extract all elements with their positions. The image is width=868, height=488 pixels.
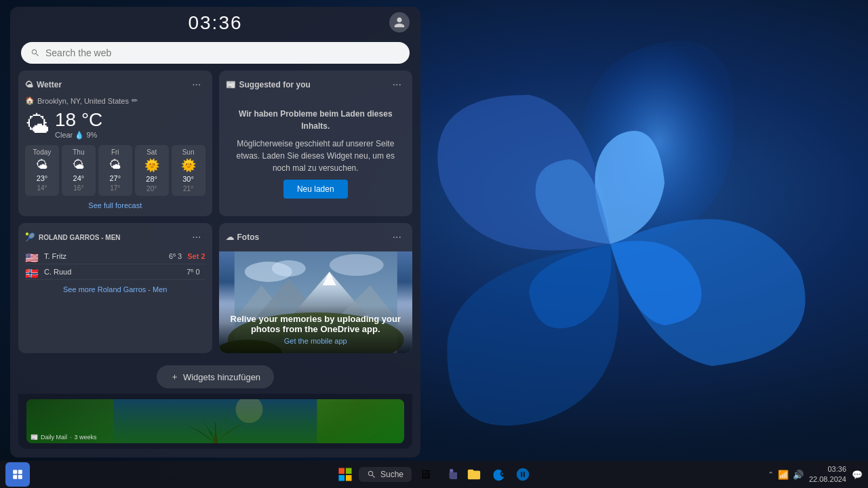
- player-name-2: C. Ruud: [44, 268, 186, 276]
- edit-icon[interactable]: ✏: [132, 96, 138, 105]
- see-more-tennis-link[interactable]: See more Roland Garros - Men: [25, 285, 205, 293]
- teams-icon[interactable]: [439, 464, 460, 485]
- svg-rect-13: [13, 470, 17, 474]
- tennis-header: 🎾 ROLAND GARROS - MEN ···: [25, 230, 205, 245]
- tennis-title: 🎾 ROLAND GARROS - MEN: [25, 232, 121, 242]
- svg-rect-18: [346, 468, 352, 474]
- flag-us: 🇺🇸: [25, 251, 39, 261]
- task-view-button[interactable]: 🖥: [414, 464, 436, 485]
- score-1: 6⁶ 3: [169, 252, 182, 261]
- start-button[interactable]: [334, 464, 356, 485]
- svg-point-3: [329, 254, 383, 276]
- widget-panel-button[interactable]: [5, 462, 30, 487]
- taskbar-right: ⌃ 📶 🔊 03:36 22.08.2024 💬: [768, 464, 863, 485]
- file-explorer-icon[interactable]: [463, 464, 485, 485]
- svg-rect-17: [338, 468, 344, 474]
- store-icon[interactable]: [512, 464, 534, 485]
- widgets-row-1: 🌤 Wetter ··· 🏠 Brooklyn, NY, United Stat…: [18, 70, 412, 216]
- taskbar-search-icon: [367, 470, 376, 479]
- flag-no: 🇳🇴: [25, 267, 39, 277]
- suggested-error-desc: Möglicherweise geschieht auf unserer Sei…: [233, 138, 399, 174]
- search-bar[interactable]: [21, 42, 410, 64]
- fotos-overlay-title: Relive your memories by uploading your p…: [227, 314, 405, 334]
- taskbar-center: Suche 🖥: [334, 464, 534, 485]
- add-widgets-button[interactable]: ＋ Widgets hinzufügen: [157, 365, 274, 388]
- news-separator: ·: [70, 434, 72, 441]
- player-row-2: 🇳🇴 C. Ruud 7⁶ 0: [25, 264, 205, 280]
- suggested-more-button[interactable]: ···: [389, 77, 406, 92]
- network-icon[interactable]: 📶: [778, 470, 789, 480]
- taskbar: Suche 🖥: [0, 461, 868, 488]
- suggested-title: 📰 Suggested for you: [226, 80, 311, 89]
- svg-rect-14: [18, 470, 22, 474]
- suggested-icon: 📰: [226, 80, 236, 89]
- suggested-header: 📰 Suggested for you ···: [226, 77, 406, 92]
- forecast-thu: Thu 🌤 24° 16°: [62, 145, 96, 196]
- widgets-row-2: 🎾 ROLAND GARROS - MEN ··· 🇺🇸 T. Fritz 6⁶…: [18, 223, 412, 353]
- forecast-today: Today 🌤 23° 14°: [25, 145, 59, 196]
- taskbar-time[interactable]: 03:36 22.08.2024: [809, 464, 846, 485]
- weather-forecast: Today 🌤 23° 14° Thu 🌤 24° 16° Fri 🌤: [25, 145, 205, 196]
- panel-header: 03:36: [10, 7, 420, 39]
- tennis-widget: 🎾 ROLAND GARROS - MEN ··· 🇺🇸 T. Fritz 6⁶…: [18, 223, 212, 353]
- weather-more-button[interactable]: ···: [188, 77, 205, 92]
- fotos-image: Relive your memories by uploading your p…: [219, 251, 413, 353]
- news-image-1: 📰 Daily Mail · 3 weeks: [26, 399, 404, 443]
- fotos-header: ☁ Fotos ···: [219, 223, 413, 251]
- taskbar-left: [5, 462, 30, 487]
- add-widgets-area: ＋ Widgets hinzufügen: [18, 360, 412, 394]
- system-tray: ⌃ 📶 🔊: [768, 470, 804, 480]
- widgets-area: 🌤 Wetter ··· 🏠 Brooklyn, NY, United Stat…: [10, 70, 420, 458]
- forecast-fri: Fri 🌤 27° 17°: [98, 145, 132, 196]
- speaker-icon[interactable]: 🔊: [793, 470, 804, 480]
- fotos-title: ☁ Fotos: [226, 232, 260, 242]
- user-avatar[interactable]: [389, 12, 410, 33]
- weather-widget-header: 🌤 Wetter ···: [25, 77, 205, 92]
- home-icon: 🏠: [25, 96, 35, 105]
- news-card-1[interactable]: 📰 Daily Mail · 3 weeks: [26, 399, 404, 443]
- forecast-sun: Sun 🌞 30° 21°: [172, 145, 205, 196]
- svg-point-2: [271, 260, 305, 277]
- weather-temp: 18 °C: [55, 109, 102, 131]
- weather-widget: 🌤 Wetter ··· 🏠 Brooklyn, NY, United Stat…: [18, 70, 212, 216]
- tennis-icon: 🎾: [25, 232, 35, 242]
- search-input[interactable]: [45, 47, 400, 58]
- fotos-overlay: Relive your memories by uploading your p…: [219, 306, 413, 353]
- news-source-icon: 📰: [31, 434, 38, 441]
- tennis-match: 🇺🇸 T. Fritz 6⁶ 3 Set 2 🇳🇴 C. Ruud 7⁶ 0: [25, 249, 205, 280]
- fotos-more-button[interactable]: ···: [389, 230, 406, 245]
- weather-main: 🌤 18 °C Clear 💧 9%: [25, 109, 205, 140]
- weather-main-icon: 🌤: [25, 110, 50, 139]
- taskbar-search[interactable]: Suche: [359, 467, 412, 482]
- suggested-error: Wir haben Probleme beim Laden dieses Inh…: [226, 96, 406, 209]
- weather-icon: 🌤: [25, 80, 33, 89]
- set-label-1: Set 2: [187, 252, 205, 260]
- score-2: 7⁶ 0: [186, 268, 199, 277]
- svg-point-21: [450, 469, 454, 473]
- add-icon: ＋: [170, 371, 179, 383]
- forecast-sat: Sat 🌞 28° 20°: [135, 145, 169, 196]
- time-display: 03:36: [188, 12, 242, 34]
- windows-swirl: [407, 14, 814, 474]
- suggested-error-title: Wir haben Probleme beim Laden dieses Inh…: [233, 108, 399, 132]
- weather-location: 🏠 Brooklyn, NY, United States ✏: [25, 96, 205, 105]
- reload-button[interactable]: Neu laden: [283, 180, 348, 199]
- edge-icon[interactable]: [488, 464, 509, 485]
- widget-panel: 03:36 🌤 Wetter ···: [10, 7, 420, 458]
- tennis-more-button[interactable]: ···: [188, 230, 205, 245]
- news-meta: 📰 Daily Mail · 3 weeks: [31, 434, 97, 441]
- weather-title: 🌤 Wetter: [25, 80, 62, 89]
- chevron-up-icon[interactable]: ⌃: [768, 470, 774, 479]
- fotos-get-app-link[interactable]: Get the mobile app: [227, 337, 405, 345]
- player-name-1: T. Fritz: [44, 252, 169, 260]
- svg-rect-15: [13, 475, 17, 479]
- search-icon: [31, 48, 40, 58]
- news-section: 📰 Daily Mail · 3 weeks: [18, 394, 412, 449]
- rain-icon: 💧: [75, 131, 84, 139]
- fotos-widget: ☁ Fotos ···: [219, 223, 413, 353]
- see-forecast-link[interactable]: See full forecast: [25, 201, 205, 209]
- weather-desc: Clear 💧 9%: [55, 131, 102, 140]
- notification-icon[interactable]: 💬: [852, 470, 863, 480]
- fotos-icon: ☁: [226, 232, 234, 242]
- taskbar-search-label: Suche: [380, 470, 403, 479]
